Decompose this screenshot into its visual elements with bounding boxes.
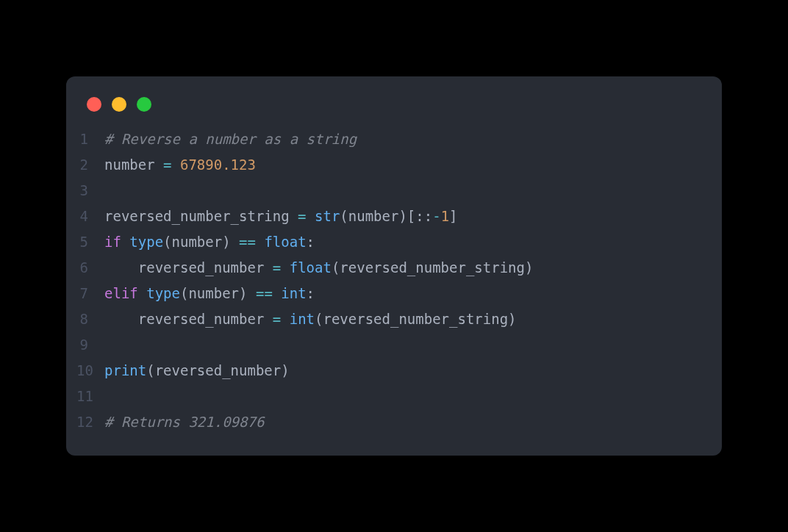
line-number: 3 [76, 178, 104, 204]
code-token: = [298, 208, 306, 224]
line-number: 1 [76, 126, 104, 152]
line-number: 10 [76, 358, 104, 384]
code-token: ] [449, 208, 457, 224]
code-token: float [264, 234, 306, 250]
line-number: 8 [76, 306, 104, 332]
code-line[interactable]: 10print(reversed_number) [76, 358, 701, 384]
code-line-content[interactable]: number = 67890.123 [104, 152, 256, 178]
code-token [256, 234, 264, 250]
code-line[interactable]: 8 reversed_number = int(reversed_number_… [76, 306, 701, 332]
code-line[interactable]: 2number = 67890.123 [76, 152, 701, 178]
code-token: == [239, 234, 256, 250]
code-line[interactable]: 5if type(number) == float: [76, 229, 701, 255]
code-token: type [146, 285, 180, 301]
code-token [121, 234, 129, 250]
code-line[interactable]: 12# Returns 321.09876 [76, 409, 701, 435]
code-token [307, 208, 315, 224]
code-line-content[interactable]: # Returns 321.09876 [104, 409, 264, 435]
code-line[interactable]: 6 reversed_number = float(reversed_numbe… [76, 255, 701, 281]
minimize-icon[interactable] [112, 97, 126, 112]
code-token: print [104, 362, 146, 378]
line-number: 2 [76, 152, 104, 178]
code-token: (number) [180, 285, 256, 301]
code-token [281, 259, 289, 276]
code-line[interactable]: 1# Reverse a number as a string [76, 126, 701, 152]
code-token: int [281, 285, 306, 301]
line-number: 6 [76, 255, 104, 281]
titlebar [66, 94, 722, 126]
code-token: (number)[:: [340, 208, 432, 224]
code-token: (reversed_number_string) [315, 311, 517, 327]
code-token: = [163, 157, 171, 173]
code-token: int [290, 311, 315, 327]
code-line-content[interactable]: reversed_number = int(reversed_number_st… [104, 306, 517, 332]
code-editor[interactable]: 1# Reverse a number as a string2number =… [66, 126, 722, 435]
code-token: - [432, 208, 440, 224]
code-line[interactable]: 3 [76, 178, 701, 204]
code-token: (reversed_number_string) [332, 259, 534, 276]
code-token: type [129, 234, 163, 250]
code-line[interactable]: 7elif type(number) == int: [76, 281, 701, 306]
code-line-content[interactable]: reversed_number = float(reversed_number_… [104, 255, 533, 281]
code-token [172, 157, 180, 173]
code-line-content[interactable]: reversed_number_string = str(number)[::-… [104, 204, 458, 229]
code-token: elif [104, 285, 138, 301]
code-line-content[interactable]: # Reverse a number as a string [104, 126, 357, 152]
line-number: 4 [76, 204, 104, 229]
code-token: 1 [441, 208, 449, 224]
code-token: = [273, 259, 281, 276]
close-icon[interactable] [87, 97, 101, 112]
code-token [273, 285, 281, 301]
code-line-content[interactable]: elif type(number) == int: [104, 281, 315, 306]
code-line[interactable]: 9 [76, 332, 701, 358]
line-number: 5 [76, 229, 104, 255]
code-token: == [256, 285, 273, 301]
code-token: reversed_number_string [104, 208, 298, 224]
code-token: if [104, 234, 121, 250]
code-line-content[interactable]: print(reversed_number) [104, 358, 290, 384]
code-token: 67890.123 [180, 157, 256, 173]
code-token: reversed_number [104, 311, 273, 327]
code-token: # Reverse a number as a string [104, 131, 357, 147]
code-token [138, 285, 146, 301]
zoom-icon[interactable] [137, 97, 151, 112]
code-token: float [290, 259, 332, 276]
code-token: # Returns 321.09876 [104, 414, 264, 430]
line-number: 7 [76, 281, 104, 306]
code-token: : [307, 285, 315, 301]
line-number: 12 [76, 409, 104, 435]
code-token: : [307, 234, 315, 250]
code-line-content[interactable]: if type(number) == float: [104, 229, 315, 255]
code-token: number [104, 157, 163, 173]
code-line[interactable]: 11 [76, 384, 701, 409]
code-line[interactable]: 4reversed_number_string = str(number)[::… [76, 204, 701, 229]
code-token: = [273, 311, 281, 327]
code-token [281, 311, 289, 327]
line-number: 11 [76, 384, 104, 409]
code-token: reversed_number [104, 259, 273, 276]
editor-window: 1# Reverse a number as a string2number =… [66, 76, 722, 456]
code-token: (number) [163, 234, 239, 250]
line-number: 9 [76, 332, 104, 358]
code-token: (reversed_number) [146, 362, 289, 378]
code-token: str [315, 208, 340, 224]
